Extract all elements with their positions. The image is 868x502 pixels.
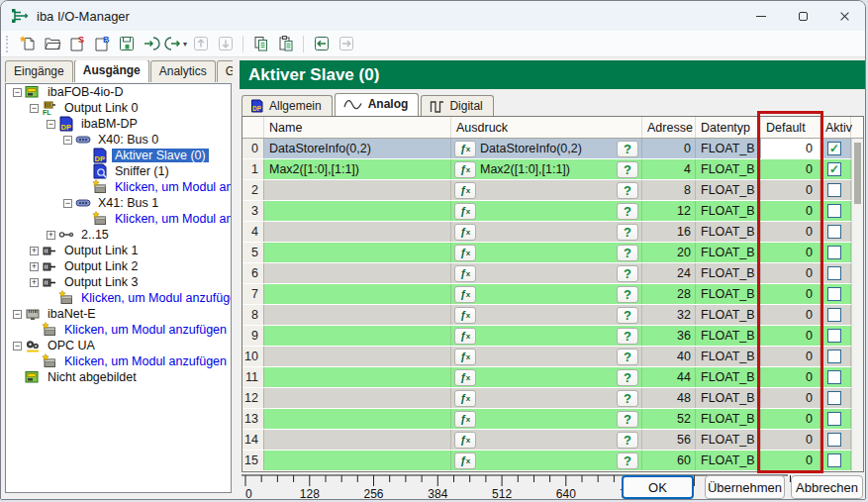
tree-expander[interactable]: + [30, 247, 39, 255]
default-cell[interactable]: 0 [761, 451, 820, 470]
aktiv-checkbox[interactable] [827, 453, 841, 467]
default-cell[interactable]: 0 [761, 388, 820, 408]
table-row[interactable]: 4ƒx?16FLOAT_B0 [242, 222, 863, 243]
close-button[interactable] [823, 1, 865, 31]
default-cell[interactable]: 0 [761, 159, 820, 179]
minimize-button[interactable] [740, 1, 782, 31]
adresse-cell[interactable]: 28 [642, 284, 696, 304]
aktiv-checkbox[interactable] [827, 204, 841, 218]
help-button[interactable]: ? [617, 245, 638, 261]
datentyp-cell[interactable]: FLOAT_B [696, 284, 761, 304]
fx-button[interactable]: ƒx [454, 452, 476, 469]
help-button[interactable]: ? [617, 286, 638, 303]
toolbar-grip[interactable] [6, 36, 10, 52]
tree-item-label[interactable]: Klicken, um Modul anzufügen ... [112, 180, 232, 194]
paste-button[interactable] [273, 33, 298, 55]
name-cell[interactable] [264, 222, 451, 242]
tab-grup[interactable]: Grup [217, 60, 233, 82]
tree-expander[interactable]: − [47, 120, 55, 129]
fx-button[interactable]: ƒx [454, 411, 476, 428]
fx-button[interactable]: ƒx [454, 349, 476, 365]
aktiv-checkbox[interactable] [827, 225, 841, 239]
table-row[interactable]: 7ƒx?28FLOAT_B0 [242, 284, 863, 305]
name-cell[interactable] [264, 284, 451, 304]
adresse-cell[interactable]: 56 [642, 430, 696, 450]
help-button[interactable]: ? [617, 141, 638, 157]
name-cell[interactable] [264, 451, 451, 470]
datentyp-cell[interactable]: FLOAT_B [696, 451, 761, 470]
datentyp-cell[interactable]: FLOAT_B [696, 243, 761, 262]
name-cell[interactable]: Max2([1:0],[1:1]) [264, 159, 451, 179]
datentyp-cell[interactable]: FLOAT_B [696, 201, 761, 221]
open-file-s-button[interactable]: S [64, 33, 89, 55]
default-cell[interactable]: 0 [761, 367, 820, 387]
tree-item[interactable]: −FLOutput Link 0 [6, 100, 231, 116]
datentyp-cell[interactable]: FLOAT_B [696, 139, 761, 158]
table-row[interactable]: 15ƒx?60FLOAT_B0 [242, 451, 863, 471]
table-row[interactable]: 6ƒx?24FLOAT_B0 [242, 263, 863, 284]
tree-expander[interactable]: − [63, 136, 72, 145]
table-row[interactable]: 11ƒx?44FLOAT_B0 [242, 367, 863, 388]
datentyp-cell[interactable]: FLOAT_B [696, 388, 761, 408]
name-cell[interactable] [264, 201, 451, 221]
tree-item[interactable]: +Output Link 3 [6, 274, 231, 290]
adresse-cell[interactable]: 36 [642, 326, 696, 346]
help-button[interactable]: ? [617, 411, 638, 428]
datentyp-cell[interactable]: FLOAT_B [696, 409, 761, 429]
adresse-cell[interactable]: 60 [642, 451, 696, 470]
aktiv-checkbox[interactable] [827, 246, 841, 259]
datentyp-cell[interactable]: FLOAT_B [696, 430, 761, 450]
help-button[interactable]: ? [617, 161, 638, 178]
tree-item[interactable]: Klicken, um Modul anzufügen ... [6, 211, 231, 227]
tree-item[interactable]: DPAktiver Slave (0) [6, 148, 231, 163]
table-row[interactable]: 13ƒx?52FLOAT_B0 [242, 409, 863, 430]
datentyp-cell[interactable]: FLOAT_B [696, 347, 761, 366]
table-row[interactable]: 8ƒx?32FLOAT_B0 [242, 305, 863, 326]
tree-item[interactable]: Klicken, um Modul anzufügen ... [6, 290, 231, 306]
fx-button[interactable]: ƒx [454, 245, 476, 261]
tree-item[interactable]: +Output Link 2 [6, 258, 231, 274]
dropdown-caret-icon[interactable]: ▾ [183, 40, 187, 49]
export-button[interactable]: ▾ [163, 33, 188, 55]
default-cell[interactable]: 0 [761, 305, 820, 325]
default-cell[interactable]: 0 [761, 263, 820, 283]
help-button[interactable]: ? [617, 265, 638, 282]
help-button[interactable]: ? [617, 452, 638, 469]
default-cell[interactable]: 0 [761, 180, 820, 200]
table-row[interactable]: 1Max2([1:0],[1:1])ƒxMax2([1:0],[1:1])?4F… [242, 159, 863, 180]
aktiv-checkbox[interactable] [827, 183, 841, 197]
default-cell[interactable]: 0 [761, 139, 820, 158]
tree-item[interactable]: −OPC UA [6, 338, 231, 353]
tab-allgemein[interactable]: DPAllgemein [241, 95, 333, 117]
fx-button[interactable]: ƒx [454, 369, 476, 386]
table-row[interactable]: 0DataStoreInfo(0,2)ƒxDataStoreInfo(0,2)?… [242, 139, 863, 159]
datentyp-cell[interactable]: FLOAT_B [696, 305, 761, 325]
tree-expander[interactable]: + [30, 278, 39, 287]
new-configuration-button[interactable] [15, 33, 40, 55]
fx-button[interactable]: ƒx [454, 432, 476, 449]
tree-item[interactable]: +Output Link 1 [6, 243, 231, 258]
tree-item[interactable]: −X40: Bus 0 [6, 132, 231, 148]
adresse-cell[interactable]: 40 [642, 347, 696, 366]
tree-item[interactable]: Klicken, um Modul anzufügen ... [6, 322, 231, 338]
table-row[interactable]: 3ƒx?12FLOAT_B0 [242, 201, 863, 222]
help-button[interactable]: ? [617, 432, 638, 449]
header-datentyp[interactable]: Datentyp [696, 117, 761, 138]
name-cell[interactable] [264, 409, 451, 429]
apply-button[interactable]: Übernehmen [705, 475, 785, 499]
tree-expander[interactable]: − [13, 310, 22, 319]
tree-item[interactable]: −DPibaBM-DP [6, 116, 231, 132]
name-cell[interactable] [264, 180, 451, 200]
datentyp-cell[interactable]: FLOAT_B [696, 159, 761, 179]
adresse-cell[interactable]: 8 [642, 180, 696, 200]
tab-analytics[interactable]: Analytics [150, 60, 216, 82]
help-button[interactable]: ? [617, 224, 638, 241]
fx-button[interactable]: ƒx [454, 141, 476, 157]
name-cell[interactable] [264, 263, 451, 283]
tree-item[interactable]: +2..15 [6, 227, 231, 243]
help-button[interactable]: ? [617, 369, 638, 386]
adresse-cell[interactable]: 44 [642, 367, 696, 387]
default-cell[interactable]: 0 [761, 243, 820, 262]
table-row[interactable]: 14ƒx?56FLOAT_B0 [242, 430, 863, 451]
datentyp-cell[interactable]: FLOAT_B [696, 180, 761, 200]
